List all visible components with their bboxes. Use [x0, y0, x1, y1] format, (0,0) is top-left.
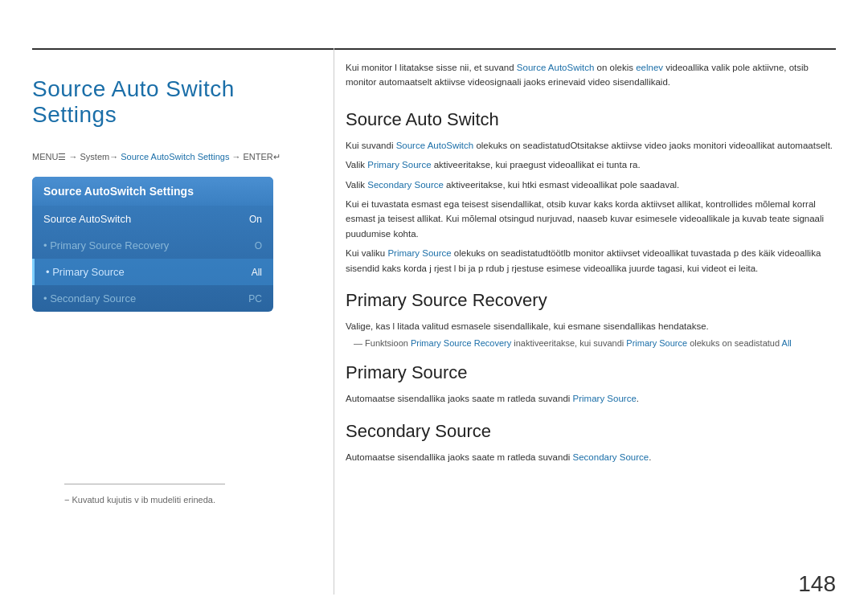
intro-paragraph: Kui monitor l litatakse sisse nii, et su… — [346, 60, 836, 90]
primary-source-label: • Primary Source — [46, 266, 125, 278]
secondary-source-value: PC — [248, 293, 262, 304]
path-highlight: Source AutoSwitch Settings — [121, 152, 229, 161]
highlight: Primary Source Recovery — [411, 338, 511, 348]
section-title-autoswitch: Source Auto Switch — [346, 109, 836, 130]
highlight: All — [782, 338, 792, 348]
section-body-autoswitch-1: Kui suvandi Source AutoSwitch olekuks on… — [346, 138, 836, 153]
section-note-recovery: ― Funktsioon Primary Source Recovery ina… — [346, 338, 836, 348]
highlight: Source AutoSwitch — [396, 141, 474, 150]
intro-highlight-1: Source AutoSwitch — [517, 63, 595, 72]
settings-item-secondary-source[interactable]: • Secondary Source PC — [32, 285, 273, 312]
autoswitch-value: On — [249, 214, 262, 225]
secondary-source-label: • Secondary Source — [43, 292, 136, 304]
path-text: → System→ — [68, 152, 121, 161]
primary-recovery-value: O — [255, 240, 262, 251]
highlight: Primary Source — [387, 248, 451, 258]
page-title: Source Auto Switch Settings — [32, 76, 321, 128]
primary-recovery-label: • Primary Source Recovery — [43, 239, 169, 251]
right-panel: Kui monitor l litatakse sisse nii, et su… — [346, 60, 836, 565]
highlight: Primary Source — [626, 338, 687, 348]
section-body-secondary: Automaatse sisendallika jaoks saate m ra… — [346, 450, 836, 464]
section-body-autoswitch-3: Valik Secondary Source aktiveeritakse, k… — [346, 178, 836, 192]
highlight: Secondary Source — [367, 180, 444, 190]
note-line — [64, 484, 225, 484]
top-divider — [32, 48, 836, 50]
bold-text: Otsitakse — [570, 141, 608, 150]
bold-text: töötlb — [548, 248, 571, 258]
section-body-recovery-1: Valige, kas l litada valitud esmasele si… — [346, 319, 836, 333]
highlight: Secondary Source — [573, 452, 649, 462]
vertical-divider — [334, 48, 334, 595]
settings-item-primary-recovery[interactable]: • Primary Source Recovery O — [32, 232, 273, 259]
autoswitch-label: Source AutoSwitch — [43, 213, 131, 225]
settings-box: Source AutoSwitch Settings Source AutoSw… — [32, 177, 273, 312]
settings-item-autoswitch[interactable]: Source AutoSwitch On — [32, 206, 273, 232]
section-title-recovery: Primary Source Recovery — [346, 290, 836, 311]
menu-label: MENU — [32, 152, 58, 161]
left-panel: Source Auto Switch Settings MENU☰ → Syst… — [32, 60, 321, 565]
note-text: − Kuvatud kujutis v ib mudeliti erineda. — [64, 495, 215, 505]
section-body-autoswitch-4: Kui ei tuvastata esmast ega teisest sise… — [346, 197, 836, 241]
page-number: 148 — [798, 571, 836, 597]
menu-icon: ☰ — [58, 152, 66, 161]
section-title-secondary: Secondary Source — [346, 421, 836, 442]
section-body-primary: Automaatse sisendallika jaoks saate m ra… — [346, 391, 836, 406]
primary-source-value: All — [252, 267, 262, 278]
highlight: Primary Source — [573, 394, 637, 403]
intro-highlight-2: eelnev — [636, 63, 663, 72]
settings-item-primary-source[interactable]: • Primary Source All — [32, 259, 273, 285]
settings-box-title: Source AutoSwitch Settings — [32, 177, 273, 206]
highlight: Primary Source — [367, 160, 431, 170]
section-title-primary: Primary Source — [346, 362, 836, 383]
menu-path: MENU☰ → System→ Source AutoSwitch Settin… — [32, 152, 321, 162]
section-body-autoswitch-2: Valik Primary Source aktiveeritakse, kui… — [346, 157, 836, 172]
section-body-autoswitch-5: Kui valiku Primary Source olekuks on sea… — [346, 246, 836, 276]
path-end: → ENTER↵ — [229, 152, 280, 161]
